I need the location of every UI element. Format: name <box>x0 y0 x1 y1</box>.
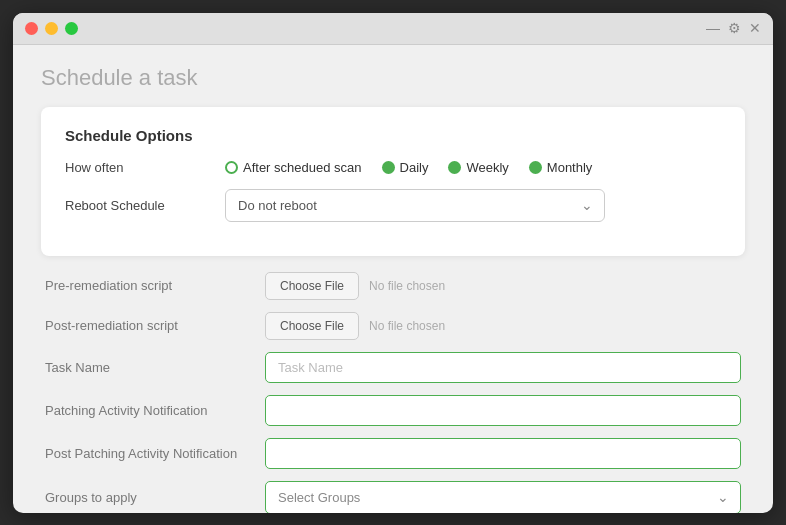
how-often-row: How often After schedued scan Daily Week… <box>65 160 721 175</box>
pre-remediation-label: Pre-remediation script <box>45 278 265 293</box>
groups-control: Select Groups Group A Group B Group C ⌄ <box>265 481 741 513</box>
minimize-traffic-light[interactable] <box>45 22 58 35</box>
page-title: Schedule a task <box>41 65 745 91</box>
close-traffic-light[interactable] <box>25 22 38 35</box>
monthly-radio-icon <box>529 161 542 174</box>
form-section: Pre-remediation script Choose File No fi… <box>41 272 745 513</box>
weekly-label: Weekly <box>466 160 508 175</box>
post-remediation-file-area: Choose File No file chosen <box>265 312 445 340</box>
pre-remediation-file-area: Choose File No file chosen <box>265 272 445 300</box>
task-name-label: Task Name <box>45 360 265 375</box>
post-patching-control <box>265 438 741 469</box>
task-name-input[interactable] <box>265 352 741 383</box>
groups-row: Groups to apply Select Groups Group A Gr… <box>45 481 741 513</box>
patching-notification-control <box>265 395 741 426</box>
groups-select[interactable]: Select Groups Group A Group B Group C <box>265 481 741 513</box>
patching-notification-input[interactable] <box>265 395 741 426</box>
frequency-monthly[interactable]: Monthly <box>529 160 593 175</box>
daily-label: Daily <box>400 160 429 175</box>
post-patching-row: Post Patching Activity Notification <box>45 438 741 469</box>
after-scan-radio-icon <box>225 161 238 174</box>
settings-icon[interactable]: ⚙ <box>728 20 741 36</box>
card-title: Schedule Options <box>65 127 721 144</box>
reboot-select-wrapper: Do not reboot Reboot if required Always … <box>225 189 605 222</box>
titlebar: — ⚙ ✕ <box>13 13 773 45</box>
reboot-schedule-row: Reboot Schedule Do not reboot Reboot if … <box>65 189 721 222</box>
frequency-daily[interactable]: Daily <box>382 160 429 175</box>
post-remediation-label: Post-remediation script <box>45 318 265 333</box>
post-patching-label: Post Patching Activity Notification <box>45 446 265 461</box>
post-remediation-no-file: No file chosen <box>369 319 445 333</box>
minimize-icon[interactable]: — <box>706 20 720 36</box>
groups-label: Groups to apply <box>45 490 265 505</box>
pre-remediation-no-file: No file chosen <box>369 279 445 293</box>
reboot-select[interactable]: Do not reboot Reboot if required Always … <box>225 189 605 222</box>
frequency-weekly[interactable]: Weekly <box>448 160 508 175</box>
weekly-radio-icon <box>448 161 461 174</box>
after-scan-label: After schedued scan <box>243 160 362 175</box>
frequency-options: After schedued scan Daily Weekly Monthly <box>225 160 592 175</box>
frequency-after-scan[interactable]: After schedued scan <box>225 160 362 175</box>
page-content: Schedule a task Schedule Options How oft… <box>13 45 773 513</box>
post-remediation-choose-btn[interactable]: Choose File <box>265 312 359 340</box>
close-icon[interactable]: ✕ <box>749 20 761 36</box>
patching-notification-row: Patching Activity Notification <box>45 395 741 426</box>
patching-notification-label: Patching Activity Notification <box>45 403 265 418</box>
main-window: — ⚙ ✕ Schedule a task Schedule Options H… <box>13 13 773 513</box>
task-name-row: Task Name <box>45 352 741 383</box>
how-often-label: How often <box>65 160 225 175</box>
groups-select-wrapper: Select Groups Group A Group B Group C ⌄ <box>265 481 741 513</box>
daily-radio-icon <box>382 161 395 174</box>
post-patching-input[interactable] <box>265 438 741 469</box>
pre-remediation-choose-btn[interactable]: Choose File <box>265 272 359 300</box>
post-remediation-control: Choose File No file chosen <box>265 312 741 340</box>
schedule-options-card: Schedule Options How often After schedue… <box>41 107 745 256</box>
titlebar-actions: — ⚙ ✕ <box>706 20 761 36</box>
post-remediation-row: Post-remediation script Choose File No f… <box>45 312 741 340</box>
task-name-control <box>265 352 741 383</box>
reboot-label: Reboot Schedule <box>65 198 225 213</box>
maximize-traffic-light[interactable] <box>65 22 78 35</box>
pre-remediation-row: Pre-remediation script Choose File No fi… <box>45 272 741 300</box>
monthly-label: Monthly <box>547 160 593 175</box>
pre-remediation-control: Choose File No file chosen <box>265 272 741 300</box>
